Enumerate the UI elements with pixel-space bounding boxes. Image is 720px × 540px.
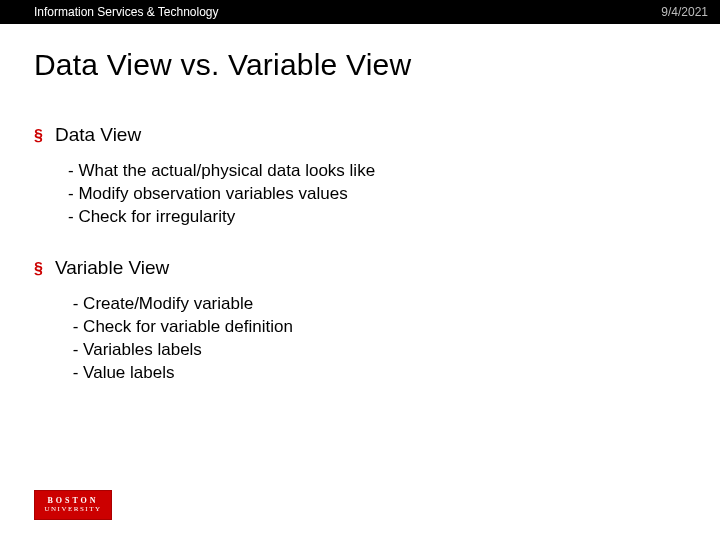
slide-title: Data View vs. Variable View [0,24,720,96]
list-item: - What the actual/physical data looks li… [68,160,686,183]
list-item: - Check for variable definition [68,316,686,339]
list-item: - Check for irregularity [68,206,686,229]
slide-content: § Data View - What the actual/physical d… [0,124,720,385]
bullet-icon: § [34,126,43,145]
section-heading: § Variable View [34,257,686,279]
section-variable-view: § Variable View - Create/Modify variable… [34,257,686,385]
list-item: - Value labels [68,362,686,385]
section-heading-label: Data View [55,124,141,146]
top-bar: Information Services & Technology 9/4/20… [0,0,720,24]
list-item: - Variables labels [68,339,686,362]
logo-line2: UNIVERSITY [45,506,102,514]
section-heading: § Data View [34,124,686,146]
slide-date: 9/4/2021 [661,5,708,19]
bullet-icon: § [34,259,43,278]
boston-university-logo: BOSTON UNIVERSITY [34,490,112,520]
list-item: - Modify observation variables values [68,183,686,206]
section-heading-label: Variable View [55,257,169,279]
org-name: Information Services & Technology [34,5,219,19]
section-sublist: - What the actual/physical data looks li… [34,160,686,229]
section-sublist: - Create/Modify variable - Check for var… [34,293,686,385]
section-data-view: § Data View - What the actual/physical d… [34,124,686,229]
list-item: - Create/Modify variable [68,293,686,316]
slide: Information Services & Technology 9/4/20… [0,0,720,540]
